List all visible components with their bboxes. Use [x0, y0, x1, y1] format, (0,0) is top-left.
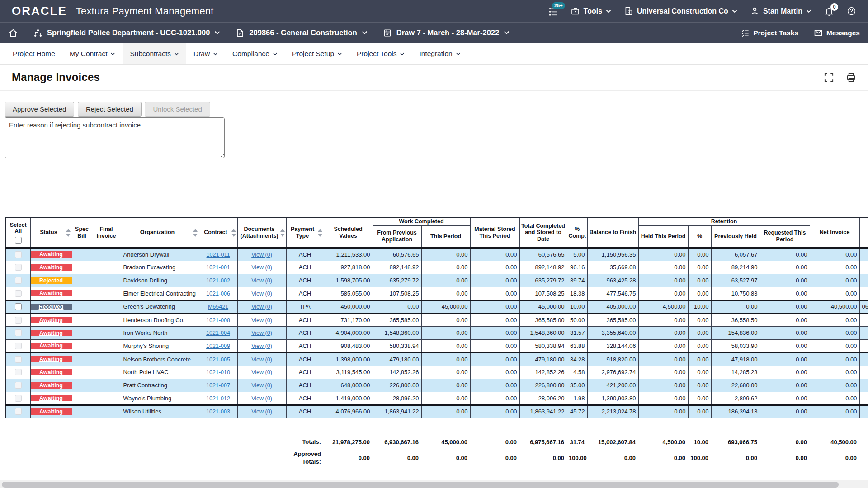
reject-selected-button[interactable]: Reject Selected [78, 102, 142, 117]
documents-link[interactable]: View (0) [251, 382, 272, 389]
row-checkbox[interactable] [15, 303, 22, 310]
sort-arrows-icon[interactable] [193, 229, 198, 237]
nav-project-home[interactable]: Project Home [5, 43, 62, 64]
cell-wc_this: 0.00 [421, 326, 470, 339]
horizontal-scrollbar[interactable] [0, 480, 868, 488]
contract-link[interactable]: 1021-005 [206, 357, 230, 363]
contract-link[interactable]: 1021-008 [206, 317, 230, 324]
documents-link[interactable]: View (0) [251, 291, 272, 297]
project-selector[interactable]: Springfield Police Department - UCC-1021… [33, 28, 220, 38]
contract-link[interactable]: 1021-004 [206, 330, 230, 336]
col-date-submitted: Date Submitted [859, 218, 868, 248]
cell-ret_held: 0.00 [638, 261, 688, 274]
documents-link[interactable]: View (0) [251, 264, 272, 271]
nav-project-setup[interactable]: Project Setup [285, 43, 349, 64]
sort-arrows-icon[interactable] [66, 229, 71, 237]
print-icon[interactable] [846, 72, 856, 83]
tools-menu[interactable]: Tools [571, 6, 611, 16]
contract-link[interactable]: 1021-012 [206, 395, 230, 402]
col-net-invoice: Net Invoice [810, 218, 859, 248]
col-pct-comp: % Comp. [567, 218, 587, 248]
status-badge[interactable]: Awaiting [31, 356, 72, 362]
contract-selector[interactable]: 209866 - General Construction [236, 28, 367, 38]
company-menu[interactable]: Universal Construction Co [624, 6, 737, 16]
documents-link[interactable]: View (0) [251, 317, 272, 324]
nav-draw[interactable]: Draw [186, 43, 225, 64]
documents-link[interactable]: View (0) [251, 343, 272, 349]
contract-link[interactable]: 1021-011 [207, 252, 230, 258]
status-badge[interactable]: Awaiting [31, 343, 72, 349]
total-balance: 15,002,607.84 [587, 436, 638, 449]
cell-wc_previous: 28,096.20 [373, 392, 421, 405]
documents-link[interactable]: View (0) [251, 277, 272, 284]
contract-link[interactable]: 1021-010 [206, 369, 230, 375]
documents-link[interactable]: View (0) [251, 252, 272, 258]
status-badge[interactable]: Awaiting [31, 290, 72, 296]
documents-link[interactable]: View (0) [251, 304, 272, 310]
status-badge[interactable]: Awaiting [31, 330, 72, 336]
col-documents[interactable]: Documents (Attachments) [237, 218, 286, 248]
sort-arrows-icon[interactable] [318, 229, 322, 237]
cell-balance: 2,976,692.74 [587, 366, 638, 379]
col-contract[interactable]: Contract [199, 218, 237, 248]
status-badge[interactable]: Awaiting [31, 317, 72, 323]
sort-arrows-icon[interactable] [280, 229, 285, 237]
documents-link[interactable]: View (0) [251, 357, 272, 363]
notifications-button[interactable]: 0 [824, 6, 834, 16]
cell-ret_pct: 0.00 [688, 379, 711, 392]
cell-wc_previous: 60,576.65 [373, 248, 421, 261]
documents-link[interactable]: View (0) [251, 408, 272, 415]
col-scheduled-values: Scheduled Values [324, 218, 373, 248]
col-status[interactable]: Status [30, 218, 72, 248]
contract-link[interactable]: 1021-001 [206, 264, 230, 271]
cell-ret_pct: 0.00 [688, 352, 711, 366]
contract-link[interactable]: 1021-006 [206, 291, 230, 297]
nav-compliance[interactable]: Compliance [225, 43, 285, 64]
status-badge[interactable]: Awaiting [31, 251, 72, 258]
user-menu[interactable]: Stan Martin [750, 6, 811, 16]
nav-my-contract[interactable]: My Contract [62, 43, 123, 64]
cell-payment_type: ACH [286, 248, 324, 261]
approve-selected-button[interactable]: Approve Selected [5, 102, 74, 117]
status-badge[interactable]: Awaiting [31, 408, 72, 415]
contract-link[interactable]: M65421 [208, 304, 228, 310]
status-badge[interactable]: Awaiting [31, 264, 72, 271]
cell-balance: 1,390,903.80 [587, 392, 638, 405]
select-all-checkbox[interactable] [15, 237, 22, 244]
project-tasks-button[interactable]: Project Tasks [741, 28, 798, 37]
scrollbar-thumb[interactable] [2, 482, 839, 488]
messages-button[interactable]: Messages [814, 28, 860, 38]
contract-link[interactable]: 1021-002 [206, 277, 230, 284]
contract-link[interactable]: 1021-007 [206, 382, 230, 389]
documents-link[interactable]: View (0) [251, 369, 272, 375]
home-button[interactable] [8, 28, 18, 38]
nav-subcontracts[interactable]: Subcontracts [123, 43, 186, 64]
col-total-completed: Total Completed and Stored to Date [519, 218, 567, 248]
nav-integration[interactable]: Integration [412, 43, 467, 64]
reject-reason-input[interactable] [5, 117, 225, 158]
col-payment-type[interactable]: Payment Type [286, 218, 324, 248]
total-ret_req: 0.00 [760, 449, 809, 468]
status-badge[interactable]: Awaiting [31, 395, 72, 401]
draw-selector[interactable]: Draw 7 - March - 28-Mar-2022 [383, 28, 509, 38]
contract-link[interactable]: 1021-003 [206, 408, 230, 415]
documents-link[interactable]: View (0) [251, 395, 272, 402]
unlock-selected-button[interactable]: Unlock Selected [145, 102, 210, 117]
status-badge[interactable]: Awaiting [31, 369, 72, 375]
col-ret-requested: Requested This Period [760, 225, 810, 248]
status-badge[interactable]: Rejected [31, 277, 72, 284]
status-badge[interactable]: Received [31, 304, 72, 310]
title-bar: Manage Invoices [0, 65, 868, 91]
nav-project-tools[interactable]: Project Tools [349, 43, 412, 64]
tasks-menu-button[interactable]: 25+ [548, 6, 558, 16]
col-organization[interactable]: Organization [121, 218, 199, 248]
help-button[interactable] [847, 6, 856, 16]
documents-link[interactable]: View (0) [251, 330, 272, 336]
contract-link[interactable]: 1021-009 [206, 343, 230, 349]
table-row: AwaitingNelson Brothers Concrete1021-005… [6, 352, 868, 366]
fullscreen-icon[interactable] [824, 72, 834, 83]
sort-arrows-icon[interactable] [231, 229, 236, 237]
cell-spec_bill [72, 392, 92, 405]
status-badge[interactable]: Awaiting [31, 382, 72, 389]
row-checkbox [15, 317, 22, 324]
